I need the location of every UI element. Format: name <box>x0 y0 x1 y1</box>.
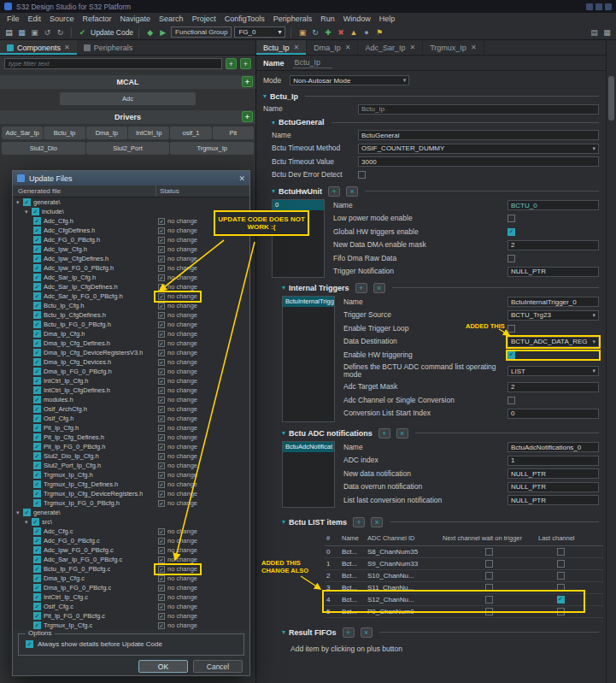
text-input[interactable]: 0 <box>507 409 599 419</box>
minimize-icon[interactable] <box>586 3 593 10</box>
menu-project[interactable]: Project <box>192 15 216 23</box>
search-icon[interactable]: ● <box>361 26 372 38</box>
menu-window[interactable]: Window <box>343 15 371 23</box>
tree-folder-row[interactable]: ▾generate\ <box>13 508 249 517</box>
checkbox[interactable] <box>485 584 493 592</box>
file-checkbox[interactable] <box>33 433 41 441</box>
text-input[interactable]: NULL_PTR <box>507 267 599 277</box>
file-checkbox[interactable] <box>33 330 41 338</box>
expand-arrow-icon[interactable]: ▾ <box>16 199 23 206</box>
layout-icon[interactable]: ▦ <box>601 26 613 38</box>
checkbox[interactable] <box>485 572 493 580</box>
file-checkbox[interactable] <box>33 424 41 432</box>
tree-file-row[interactable]: Dma_Ip_Cfg_Defines.h✓no change <box>13 339 249 348</box>
collapse-all-button[interactable]: + <box>240 58 251 69</box>
editor-tab-bctu-ip[interactable]: Bctu_Ip✕ <box>256 40 307 55</box>
file-checkbox[interactable] <box>33 396 41 403</box>
file-checkbox[interactable] <box>33 274 41 281</box>
add-button[interactable]: + <box>343 627 355 638</box>
undo-icon[interactable]: ↺ <box>42 26 53 38</box>
select[interactable]: BCTU_Trg23▾ <box>507 310 599 321</box>
file-checkbox[interactable] <box>23 509 31 516</box>
remove-tool-icon[interactable]: ✖ <box>335 26 346 38</box>
close-icon[interactable]: ✕ <box>238 174 245 183</box>
tree-file-row[interactable]: Dma_Ip_Cfg.h✓no change <box>13 329 249 339</box>
file-checkbox[interactable] <box>33 368 41 375</box>
tree-file-row[interactable]: Dma_Ip_FG_0_PBcfg.h✓no change <box>13 367 249 376</box>
ok-button[interactable]: OK <box>138 660 188 673</box>
table-row[interactable]: 2Bct...S10_ChanNu... <box>325 570 603 582</box>
tree-file-row[interactable]: Adc_FG_0_PBcfg.h✓no change <box>13 235 249 244</box>
file-checkbox[interactable] <box>33 499 41 507</box>
file-checkbox[interactable] <box>33 302 41 309</box>
checkbox[interactable] <box>507 325 515 333</box>
section-adc-notifications[interactable]: ▾ Bctu ADC notifications + × <box>282 426 606 441</box>
tree-file-row[interactable]: Bctu_Ip_FG_0_PBcfg.h✓no change <box>13 320 249 329</box>
flag-icon[interactable]: ⚑ <box>373 26 384 38</box>
tree-file-row[interactable]: Bctu_Ip_FG_0_PBcfg.c✓no change <box>13 564 249 574</box>
file-checkbox[interactable] <box>33 217 41 225</box>
select[interactable]: LIST▾ <box>507 366 599 376</box>
file-checkbox[interactable] <box>33 236 41 244</box>
tree-file-row[interactable]: Adc_Ipw_Cfg.h✓no change <box>13 244 249 254</box>
file-checkbox[interactable] <box>33 462 41 469</box>
remove-button[interactable]: × <box>371 517 383 527</box>
tree-file-row[interactable]: IntCtrl_Ip_Cfg.h✓no change <box>13 376 249 386</box>
list-item[interactable]: 0 <box>273 200 324 210</box>
file-checkbox[interactable] <box>33 349 41 356</box>
add-driver-button[interactable]: + <box>242 111 253 122</box>
editor-tab-dma-ip[interactable]: Dma_Ip✕ <box>307 40 358 55</box>
name-value[interactable]: Bctu_Ip <box>293 58 333 68</box>
file-checkbox[interactable] <box>33 546 41 554</box>
column-generated-file[interactable]: Generated file <box>13 187 61 195</box>
text-input[interactable]: BctuAdcNotifications_0 <box>507 442 599 452</box>
file-checkbox[interactable] <box>33 574 41 582</box>
save-icon[interactable]: ▦ <box>16 26 27 38</box>
tree-file-row[interactable]: Siul2_Port_Ip_Cfg.h✓no change <box>13 461 249 470</box>
cancel-button[interactable]: Cancel <box>193 660 243 673</box>
select[interactable]: BCTU_ADC_DATA_REG▾ <box>507 337 599 347</box>
tree-folder-row[interactable]: ▾src\ <box>13 517 249 527</box>
select[interactable]: OSIF_COUNTER_DUMMY▾ <box>358 144 599 154</box>
file-checkbox[interactable] <box>33 311 41 319</box>
section-bctu-general[interactable]: ▾ BctuGeneral <box>272 116 606 129</box>
table-row[interactable]: 1Bct...S9_ChanNum33 <box>325 558 603 570</box>
file-checkbox[interactable] <box>33 415 41 422</box>
checkbox[interactable] <box>485 560 493 568</box>
tree-file-row[interactable]: Pit_Ip_FG_0_PBcfg.c✓no change <box>13 611 249 621</box>
expand-arrow-icon[interactable]: ▾ <box>25 209 32 215</box>
redo-icon[interactable]: ↻ <box>55 26 66 38</box>
file-checkbox[interactable] <box>33 386 41 394</box>
text-input[interactable]: NULL_PTR <box>507 482 599 492</box>
tree-file-row[interactable]: Adc_Cfg.c✓no change <box>13 527 249 536</box>
tree-file-row[interactable]: Osif_ArchCfg.h✓no change <box>13 404 249 414</box>
close-icon[interactable]: ✕ <box>294 44 300 51</box>
tree-file-row[interactable]: Trgmux_Ip_Cfg_Defines.h✓no change <box>13 480 249 489</box>
text-input[interactable]: NULL_PTR <box>507 468 599 479</box>
menu-configtools[interactable]: ConfigTools <box>225 15 265 23</box>
component-bctu-ip[interactable]: Bctu_Ip <box>44 127 85 139</box>
tree-file-row[interactable]: Trgmux_Ip_Cfg_DeviceRegisters.h✓no chang… <box>13 489 249 498</box>
close-icon[interactable]: ✕ <box>64 44 70 51</box>
tree-file-row[interactable]: modules.h✓no change <box>13 395 249 404</box>
file-checkbox[interactable] <box>33 621 41 629</box>
tab-components[interactable]: Components ✕ <box>0 40 77 55</box>
expand-arrow-icon[interactable]: ▾ <box>25 519 32 526</box>
tree-file-row[interactable]: Bctu_Ip_CfgDefines.h✓no change <box>13 310 249 320</box>
checkbox[interactable] <box>358 171 366 179</box>
tree-file-row[interactable]: Adc_Ipw_FG_0_PBcfg.c✓no change <box>13 545 249 555</box>
section-bctu-list-items[interactable]: ▾ Bctu LIST items + × <box>282 515 606 530</box>
remove-button[interactable]: × <box>346 186 358 197</box>
checkbox[interactable] <box>507 351 515 359</box>
file-checkbox[interactable] <box>33 612 41 620</box>
text-input[interactable]: 1 <box>507 456 599 466</box>
file-checkbox[interactable] <box>33 603 41 610</box>
text-input[interactable]: BctuGeneral <box>358 130 599 140</box>
file-checkbox[interactable] <box>33 452 41 460</box>
checkbox[interactable] <box>557 596 565 604</box>
file-checkbox[interactable] <box>33 593 41 601</box>
add-button[interactable]: + <box>355 283 367 293</box>
column-status[interactable]: Status <box>155 185 179 197</box>
menu-navigate[interactable]: Navigate <box>120 15 151 23</box>
warning-icon[interactable]: ▲ <box>348 26 359 38</box>
